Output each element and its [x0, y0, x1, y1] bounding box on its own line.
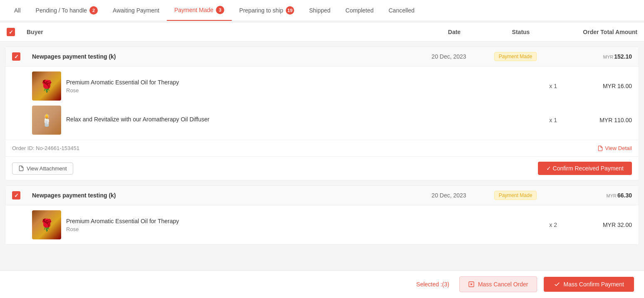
- mass-cancel-button[interactable]: Mass Cancel Order: [459, 276, 537, 283]
- order-2-total: MYR66.30: [549, 192, 632, 199]
- tab-shipped[interactable]: Shipped: [302, 1, 338, 20]
- view-detail-label-1: View Detail: [605, 145, 632, 151]
- mass-confirm-label: Mass Confirm Payment: [564, 281, 624, 283]
- product-info-2: Relax and Revitalize with our Aromathera…: [66, 116, 535, 124]
- tab-completed-label: Completed: [345, 7, 374, 14]
- item-right-3: x 2 MYR 32.00: [540, 222, 632, 228]
- svg-rect-0: [469, 282, 474, 283]
- order-header-2: Newpages payment testing (k) 20 Dec, 202…: [5, 186, 639, 205]
- header-amount: Order Total Amount: [554, 29, 637, 35]
- order-1-checkbox[interactable]: [12, 52, 20, 61]
- order-1-date: 20 Dec, 2023: [416, 53, 482, 60]
- confirm-payment-label-1: ✓ Confirm Received Payment: [546, 165, 624, 172]
- confirm-icon: [554, 281, 560, 283]
- tab-pending-badge: 2: [89, 6, 98, 15]
- item-currency-3: MYR: [603, 222, 616, 228]
- order-1-status: Payment Made: [482, 52, 549, 61]
- tab-preparing[interactable]: Preparing to ship 19: [232, 0, 302, 20]
- selected-count: Selected :(3): [416, 281, 449, 283]
- order-1-footer: Order ID: No-24661-153451 View Detail: [5, 140, 639, 156]
- tab-payment-made-badge: 3: [216, 6, 224, 14]
- essential-oil-thumbnail-2: [32, 210, 61, 239]
- bottom-bar: Selected :(3) Mass Cancel Order Mass Con…: [0, 270, 644, 283]
- item-price-1: 16.00: [617, 83, 632, 89]
- item-currency-2: MYR: [599, 117, 612, 123]
- header-date: Date: [421, 29, 488, 35]
- order-checkbox-1[interactable]: [12, 52, 32, 61]
- order-1-total: MYR152.10: [549, 53, 632, 60]
- tab-awaiting[interactable]: Awaiting Payment: [105, 1, 167, 20]
- order-item: Premium Aromatic Essential Oil for Thera…: [32, 210, 632, 239]
- tab-payment-made-label: Payment Made: [174, 7, 213, 13]
- order-1-amount: 152.10: [614, 53, 632, 60]
- item-right-1: x 1 MYR 16.00: [540, 83, 632, 89]
- item-amount-3: MYR 32.00: [582, 222, 632, 228]
- product-variant-1: Rose: [66, 87, 535, 94]
- item-quantity-1: x 1: [540, 83, 557, 89]
- document-icon: [597, 145, 603, 151]
- tab-all-label: All: [14, 7, 21, 14]
- item-price-2: 110.00: [614, 117, 632, 123]
- diffuser-thumbnail: [32, 106, 61, 135]
- tab-pending-label: Pending / To handle: [36, 7, 87, 14]
- attachment-icon: [18, 165, 24, 171]
- tab-cancelled-label: Cancelled: [389, 7, 414, 14]
- tab-payment-made[interactable]: Payment Made 3: [167, 0, 232, 21]
- mass-cancel-label: Mass Cancel Order: [478, 281, 528, 283]
- header-status: Status: [488, 29, 554, 35]
- tab-awaiting-label: Awaiting Payment: [113, 7, 159, 14]
- order-checkbox-2[interactable]: [12, 191, 32, 199]
- order-2-amount: 66.30: [617, 192, 632, 199]
- product-thumbnail-3: [32, 210, 61, 239]
- view-detail-link-1[interactable]: View Detail: [597, 145, 632, 151]
- tab-preparing-label: Preparing to ship: [239, 7, 283, 14]
- header-buyer: Buyer: [27, 29, 421, 35]
- product-thumbnail-2: [32, 106, 61, 135]
- order-1-items: Premium Aromatic Essential Oil for Thera…: [5, 66, 639, 135]
- cancel-icon: [468, 281, 475, 283]
- product-info-3: Premium Aromatic Essential Oil for Thera…: [66, 218, 535, 232]
- order-2-items: Premium Aromatic Essential Oil for Thera…: [5, 205, 639, 239]
- tab-shipped-label: Shipped: [309, 7, 330, 14]
- tab-completed[interactable]: Completed: [338, 1, 381, 20]
- order-2-status: Payment Made: [482, 191, 549, 200]
- order-1-buyer: Newpages payment testing (k): [32, 53, 416, 60]
- tab-preparing-badge: 19: [286, 6, 294, 15]
- item-amount-1: MYR 16.00: [582, 83, 632, 89]
- order-header-1: Newpages payment testing (k) 20 Dec, 202…: [5, 47, 639, 66]
- tab-bar: All Pending / To handle 2 Awaiting Payme…: [0, 0, 644, 21]
- order-2-checkbox[interactable]: [12, 191, 20, 199]
- order-1-currency: MYR: [603, 54, 613, 59]
- item-quantity-2: x 1: [540, 117, 557, 123]
- view-attachment-btn-1[interactable]: View Attachment: [12, 163, 73, 175]
- item-price-3: 32.00: [617, 222, 632, 228]
- orders-list: Newpages payment testing (k) 20 Dec, 202…: [0, 47, 644, 283]
- select-all-checkbox[interactable]: [7, 28, 15, 36]
- item-right-2: x 1 MYR 110.00: [540, 117, 632, 123]
- item-currency-1: MYR: [603, 83, 616, 89]
- order-1-id: Order ID: No-24661-153451: [12, 145, 79, 151]
- product-info-1: Premium Aromatic Essential Oil for Thera…: [66, 79, 535, 94]
- mass-confirm-button[interactable]: Mass Confirm Payment: [544, 277, 634, 283]
- order-item: Premium Aromatic Essential Oil for Thera…: [32, 71, 632, 101]
- product-name-1: Premium Aromatic Essential Oil for Thera…: [66, 79, 535, 86]
- order-1-actions: View Attachment ✓ Confirm Received Payme…: [5, 156, 639, 180]
- header-checkbox-col[interactable]: [7, 28, 27, 36]
- tab-pending[interactable]: Pending / To handle 2: [28, 0, 106, 20]
- product-thumbnail-1: [32, 71, 61, 101]
- order-2-buyer: Newpages payment testing (k): [32, 192, 416, 199]
- tab-cancelled[interactable]: Cancelled: [381, 1, 422, 20]
- order-2-date: 20 Dec, 2023: [416, 192, 482, 199]
- order-block-1: Newpages payment testing (k) 20 Dec, 202…: [5, 47, 639, 180]
- tab-all[interactable]: All: [7, 1, 28, 20]
- view-attachment-label-1: View Attachment: [27, 165, 67, 172]
- product-variant-3: Rose: [66, 226, 535, 232]
- item-quantity-3: x 2: [540, 222, 557, 228]
- item-amount-2: MYR 110.00: [582, 117, 632, 123]
- table-header: Buyer Date Status Order Total Amount: [0, 23, 644, 42]
- product-name-3: Premium Aromatic Essential Oil for Thera…: [66, 218, 535, 224]
- order-item: Relax and Revitalize with our Aromathera…: [32, 106, 632, 135]
- order-1-status-badge: Payment Made: [494, 52, 537, 61]
- order-2-currency: MYR: [607, 193, 617, 198]
- confirm-payment-btn-1[interactable]: ✓ Confirm Received Payment: [538, 162, 632, 175]
